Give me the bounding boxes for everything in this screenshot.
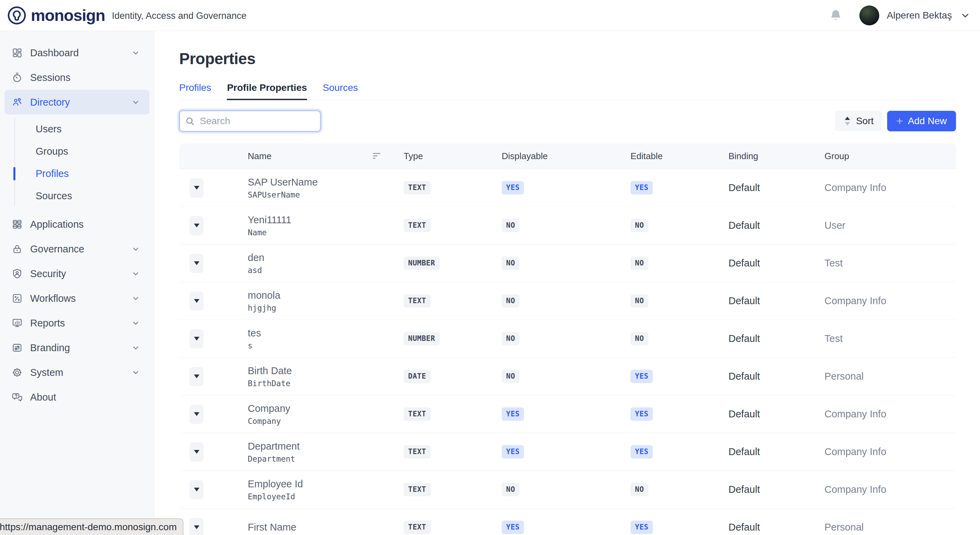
sidebar-item-branding[interactable]: Branding [5, 335, 150, 360]
table-row[interactable]: Birth DateBirthDateDATENOYESDefaultPerso… [179, 357, 956, 395]
cell-group: Personal [824, 371, 956, 382]
property-name: Company [248, 403, 404, 414]
table-row[interactable]: monolahjgjhgTEXTNONODefaultCompany Info [179, 282, 956, 319]
cell-type: TEXT [404, 294, 502, 308]
property-name: Birth Date [248, 365, 404, 377]
caret-down-icon [194, 299, 199, 303]
row-expand-button[interactable] [189, 178, 204, 198]
sidebar-item-label: Directory [30, 97, 70, 108]
sidebar-item-about[interactable]: About [5, 385, 150, 409]
editable-badge: NO [630, 483, 648, 496]
caret-down-icon [194, 261, 199, 265]
tab-profile-properties[interactable]: Profile Properties [227, 82, 307, 100]
sidebar-item-groups[interactable]: Groups [0, 140, 154, 163]
sidebar-item-sessions[interactable]: Sessions [5, 65, 150, 90]
row-expand-button[interactable] [189, 480, 204, 499]
sort-arrows-icon [844, 116, 851, 126]
caret-down-icon [194, 488, 199, 492]
table-row[interactable]: Employee IdEmployeeIdTEXTNONODefaultComp… [179, 471, 956, 508]
property-key: hjgjhg [248, 303, 404, 312]
system-icon [12, 367, 22, 378]
row-expand-button[interactable] [189, 405, 204, 424]
sidebar-item-governance[interactable]: Governance [5, 236, 150, 261]
property-name: First Name [248, 522, 404, 533]
column-header-binding: Binding [729, 151, 824, 161]
displayable-badge: NO [502, 219, 519, 232]
sidebar-nav: DashboardSessionsDirectoryUsersGroupsPro… [0, 31, 154, 535]
table-row[interactable]: SAP UserNameSAPUserNameTEXTYESYESDefault… [179, 169, 956, 206]
displayable-badge: YES [502, 181, 524, 195]
cell-displayable: YES [502, 521, 630, 534]
property-name: tes [248, 327, 404, 339]
table-row[interactable]: denasdNUMBERNONODefaultTest [179, 244, 956, 282]
topbar: monosign Identity, Access and Governance… [0, 0, 980, 31]
sidebar-item-dashboard[interactable]: Dashboard [5, 40, 150, 65]
editable-badge: NO [630, 294, 648, 308]
sidebar-item-label: Security [30, 268, 66, 279]
property-key: SAPUserName [248, 190, 404, 199]
type-badge: TEXT [404, 445, 431, 458]
tab-profiles[interactable]: Profiles [179, 82, 211, 100]
table-row[interactable]: DepartmentDepartmentTEXTYESYESDefaultCom… [179, 433, 956, 471]
sidebar-item-workflows[interactable]: Workflows [5, 286, 150, 311]
cell-group: Test [824, 257, 956, 269]
property-name: Employee Id [248, 478, 404, 490]
row-expand-button[interactable] [189, 254, 204, 273]
sidebar-item-profiles[interactable]: Profiles [0, 163, 154, 185]
row-expand-button[interactable] [189, 292, 204, 311]
row-expand-button[interactable] [189, 216, 204, 235]
table-row[interactable]: First NameTEXTYESYESDefaultPersonal [179, 508, 956, 535]
displayable-badge: NO [502, 332, 519, 345]
sidebar-item-system[interactable]: System [5, 360, 150, 385]
brand-logo[interactable]: monosign Identity, Access and Governance [7, 5, 247, 26]
sidebar-item-reports[interactable]: Reports [5, 311, 150, 335]
displayable-badge: YES [502, 407, 524, 421]
user-name: Alperen Bektaş [887, 10, 952, 21]
sort-button[interactable]: Sort [835, 111, 882, 131]
cell-editable: YES [630, 521, 729, 534]
cell-binding: Default [729, 446, 824, 457]
sidebar-item-sources[interactable]: Sources [0, 185, 154, 207]
branding-icon [12, 342, 22, 353]
table-row[interactable]: CompanyCompanyTEXTYESYESDefaultCompany I… [179, 395, 956, 433]
row-expand-button[interactable] [189, 329, 204, 348]
toolbar-actions: Sort + Add New [835, 111, 956, 131]
row-expand-button[interactable] [189, 442, 204, 462]
row-expand-button[interactable] [189, 367, 204, 386]
about-icon [12, 392, 22, 402]
search-input[interactable] [200, 116, 323, 126]
cell-name: First Name [248, 522, 404, 533]
cell-editable: NO [630, 294, 729, 308]
chevron-down-icon [132, 245, 140, 253]
user-menu-chevron-icon[interactable] [961, 11, 970, 20]
table-row[interactable]: Yeni11111NameTEXTNONODefaultUser [179, 206, 956, 244]
cell-type: NUMBER [404, 257, 502, 270]
editable-badge: YES [630, 181, 653, 195]
sidebar-item-applications[interactable]: Applications [5, 212, 150, 236]
notifications-bell-icon[interactable] [830, 9, 842, 22]
search-box[interactable] [179, 110, 321, 132]
avatar[interactable] [859, 5, 879, 26]
cell-name: SAP UserNameSAPUserName [248, 177, 404, 199]
row-expand-button[interactable] [189, 518, 204, 535]
caret-down-icon [194, 525, 199, 529]
name-sort-icon[interactable] [373, 153, 382, 160]
cell-binding: Default [729, 333, 824, 344]
cell-name: DepartmentDepartment [248, 441, 404, 463]
add-new-button[interactable]: + Add New [887, 111, 956, 131]
plus-icon: + [896, 115, 903, 126]
tab-sources[interactable]: Sources [323, 82, 358, 100]
chevron-down-icon [132, 270, 140, 278]
table-row[interactable]: tessNUMBERNONODefaultTest [179, 319, 956, 357]
sidebar-item-security[interactable]: Security [5, 261, 150, 286]
type-badge: DATE [404, 370, 431, 383]
column-header-displayable: Displayable [502, 151, 630, 161]
displayable-badge: NO [502, 483, 519, 496]
chevron-down-icon [132, 319, 140, 327]
sidebar-item-label: Governance [30, 243, 84, 255]
chevron-down-icon [132, 49, 140, 57]
sidebar-item-users[interactable]: Users [0, 118, 154, 140]
sidebar-item-directory[interactable]: Directory [5, 90, 150, 115]
cell-editable: YES [630, 445, 729, 458]
editable-badge: NO [630, 332, 648, 345]
